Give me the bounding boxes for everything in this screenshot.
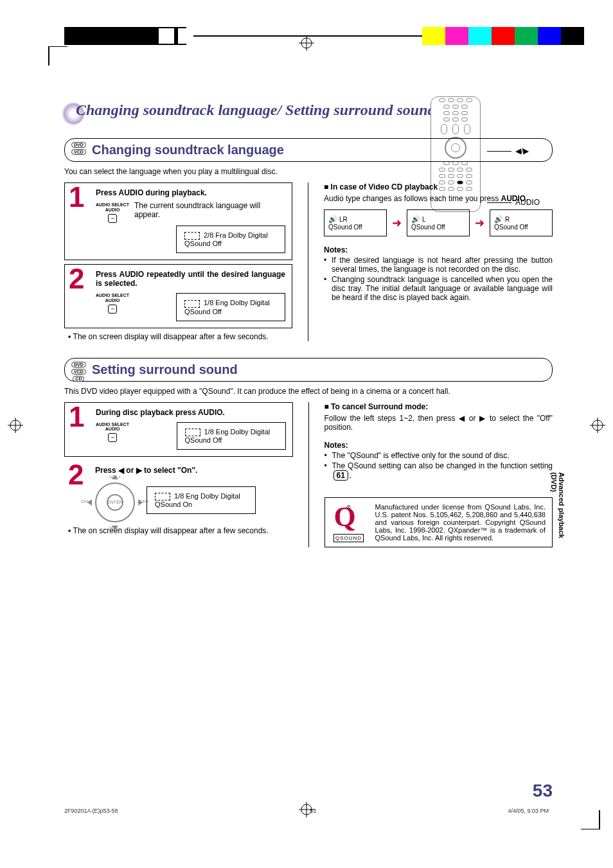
notes-heading: Notes: [324,245,553,254]
cancel-body: Follow the left steps 1~2, then press ◀ … [324,414,553,432]
step2-head: Press ◀ or ▶ to select "On". [95,466,287,475]
section-surround-sound: DVD VCD CD Setting surround sound [64,358,553,382]
step2-box: 2 Press AUDIO repeatedly until the desir… [64,264,292,328]
osd-display: 2/8 Fra Dolby Digital QSound Off [176,226,285,253]
surround-step2: 2 Press ◀ or ▶ to select "On". VOL+ CH– … [64,461,293,522]
step-number-1: 1 [69,403,84,431]
surround-note: The on screen display will disappear aft… [76,526,293,535]
audio-button-icon: AUDIO SELECTAUDIO [96,422,129,442]
step-number-2: 2 [68,461,84,489]
notes-list: If the desired language is not heard aft… [324,256,553,302]
surround-step1: 1 During disc playback press AUDIO. AUDI… [64,402,293,457]
audio-button-icon: AUDIO SELECTAUDIO [96,293,129,313]
step1-box: 1 Press AUDIO during playback. AUDIO SEL… [64,182,292,260]
vcd-heading: In case of Video CD playback [324,182,553,191]
qsound-license-box: Q® QSOUND Manufactured under license fro… [324,497,553,547]
notes-heading: Notes: [324,441,553,450]
vcd-flow: LRQSound Off ➜ LQSound Off ➜ RQSound Off [324,209,553,236]
osd-display: 1/8 Eng Dolby Digital QSound Off [177,422,286,450]
step1-head: During disc playback press AUDIO. [96,408,286,417]
crop-mark-tl-icon [48,46,67,66]
note-item: If the desired language is not heard aft… [324,256,553,274]
audio-l-box: LQSound Off [407,209,470,236]
registration-mark-left-icon [8,418,23,435]
section-title: Setting surround sound [92,362,544,377]
crop-mark-br-icon [581,810,600,829]
side-tab: Advanced playback (DVD) [550,472,565,547]
step1-head: Press AUDIO during playback. [96,188,285,197]
note-item: The QSound setting can also be changed i… [324,461,553,481]
title-bullet-icon [61,102,84,125]
audio-r-box: RQSound Off [490,209,553,236]
audio-button-icon: AUDIO SELECTAUDIO [96,202,129,222]
nav-control-icon: VOL+ CH– CH+ VOL– ENTER [95,483,135,522]
page-number: 53 [533,781,553,801]
footer-left: 2F90201A (E)p53-58 [64,808,118,814]
disc-type-icons: DVD VCD [71,141,86,155]
section-title: Changing soundtrack language [92,143,544,157]
vcd-body: Audio type changes as follows each time … [324,194,553,203]
section2-intro: This DVD video player equipped with a "Q… [64,387,553,396]
qsound-text: Manufactured under license from QSound L… [375,503,546,542]
page-title-block: Changing soundtrack language/ Setting su… [64,100,553,120]
registration-mark-bottom-icon [299,802,314,819]
notes-list: The "QSound" is effective only for the s… [324,451,553,481]
disc-type-icons: DVD VCD CD [71,361,86,382]
footer-right: 4/4/05, 9:03 PM [508,808,549,814]
note-item: Changing soundtrack language is cancelle… [324,275,553,302]
step1-body: The current soundtrack language will app… [134,201,285,219]
qsound-logo-icon: Q® QSOUND [330,503,368,542]
cancel-heading: To cancel Surround mode: [324,402,553,411]
step-number-1: 1 [69,183,84,211]
arrow-right-icon: ➜ [392,216,402,230]
audio-lr-box: LRQSound Off [324,209,387,236]
osd-display: 1/8 Eng Dolby Digital QSound Off [176,293,285,321]
step2-head: Press AUDIO repeatedly until the desired… [96,270,285,288]
step-number-2: 2 [69,265,84,293]
osd-display: 1/8 Eng Dolby Digital QSound On [147,486,256,514]
registration-mark-top-icon [299,35,314,51]
arrow-right-icon: ➜ [475,216,484,230]
step2-note: The on screen display will disappear aft… [76,332,292,341]
section-changing-language: DVD VCD Changing soundtrack language [64,138,553,162]
registration-mark-right-icon [590,418,605,435]
note-item: The "QSound" is effective only for the s… [324,451,553,460]
